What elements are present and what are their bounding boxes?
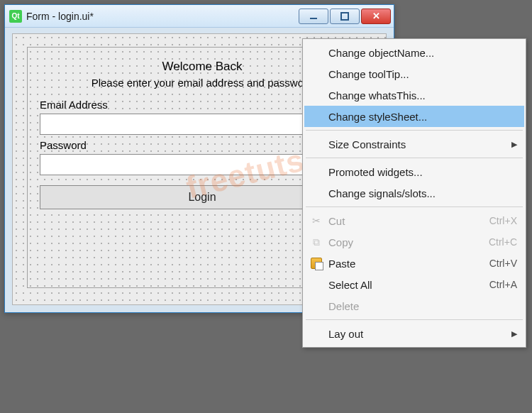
submenu-arrow-icon: ▶ [511,329,517,338]
menu-item-label: Size Constraints [328,138,406,150]
maximize-icon [340,12,349,21]
menu-separator [306,206,523,207]
menu-item-label: Change signals/slots... [328,187,436,199]
menu-item-change-signals-slots[interactable]: Change signals/slots... [304,182,524,204]
menu-item-paste[interactable]: PasteCtrl+V [304,253,524,274]
menu-item-size-constraints[interactable]: Size Constraints▶ [304,133,524,155]
menu-item-label: Delete [328,300,359,312]
menu-shortcut: Ctrl+V [489,258,517,269]
menu-item-label: Change toolTip... [328,68,409,80]
submenu-arrow-icon: ▶ [511,140,517,149]
window-controls: ✕ [299,9,391,24]
svg-rect-0 [310,18,317,19]
copy-icon: ⧉ [310,236,323,248]
minimize-button[interactable] [299,9,328,24]
titlebar[interactable]: Qt Form - login.ui* ✕ [5,5,394,28]
menu-item-label: Paste [328,258,355,270]
context-menu: Change objectName...Change toolTip...Cha… [302,38,526,348]
menu-separator [306,158,523,158]
paste-icon [310,257,323,270]
menu-item-label: Copy [328,236,353,248]
close-button[interactable]: ✕ [361,9,391,24]
menu-separator [306,319,523,320]
minimize-icon [309,12,318,21]
menu-item-copy: ⧉CopyCtrl+C [304,231,524,253]
menu-item-label: Cut [328,215,345,227]
qt-app-icon: Qt [9,10,22,23]
menu-item-change-stylesheet[interactable]: Change styleSheet... [304,106,524,127]
menu-item-select-all[interactable]: Select AllCtrl+A [304,274,524,295]
menu-item-label: Change whatsThis... [328,89,426,101]
menu-shortcut: Ctrl+C [489,236,517,248]
menu-item-lay-out[interactable]: Lay out▶ [304,323,524,344]
menu-shortcut: Ctrl+A [489,279,517,290]
window-title: Form - login.ui* [26,11,299,22]
menu-item-label: Promoted widgets... [328,166,423,178]
cut-icon: ✂ [310,214,323,227]
svg-rect-1 [341,13,348,20]
menu-item-cut: ✂CutCtrl+X [304,210,524,231]
menu-separator [306,130,523,131]
maximize-button[interactable] [330,9,360,24]
menu-item-change-tooltip[interactable]: Change toolTip... [304,63,524,84]
menu-item-label: Select All [328,279,372,291]
menu-item-delete: Delete [304,295,524,316]
menu-item-label: Lay out [328,328,363,340]
menu-item-label: Change objectName... [328,47,434,59]
menu-item-label: Change styleSheet... [328,111,427,123]
menu-shortcut: Ctrl+X [489,215,517,226]
menu-item-promoted-widgets[interactable]: Promoted widgets... [304,161,524,182]
close-icon: ✕ [372,11,380,21]
menu-item-change-whatsthis[interactable]: Change whatsThis... [304,84,524,106]
menu-item-change-objectname[interactable]: Change objectName... [304,42,524,63]
